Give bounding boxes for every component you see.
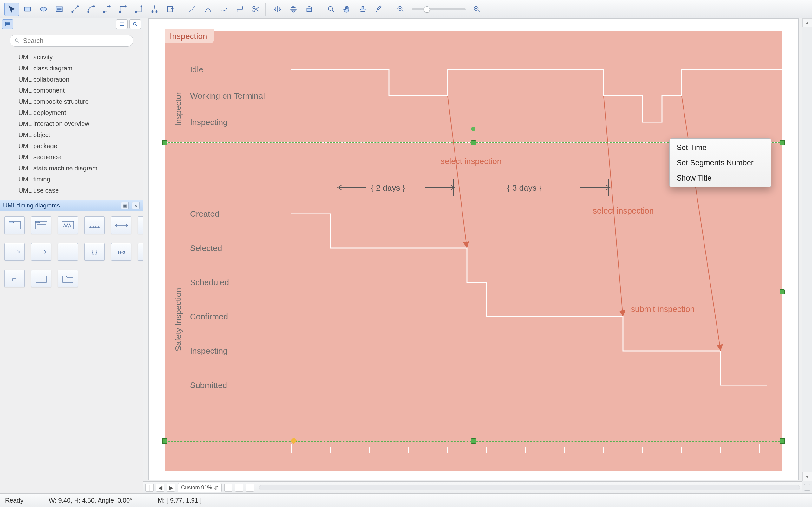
shape-folder-open[interactable] [58, 270, 78, 287]
library-item[interactable]: UML collaboration [0, 74, 143, 85]
stamp-tool[interactable] [356, 3, 370, 16]
flip-h-tool[interactable] [270, 3, 285, 16]
library-tab-icon[interactable] [2, 19, 13, 29]
shape-timing-frame[interactable] [4, 216, 25, 234]
tool-group-shapes [2, 3, 181, 16]
next-page-icon[interactable]: ▶ [167, 484, 175, 492]
tool-group-zoom [391, 3, 487, 16]
library-search [0, 30, 143, 49]
open-library-header[interactable]: UML timing diagrams ▣ ✕ [0, 200, 143, 211]
status-mouse: M: [ 9.77, 1.91 ] [158, 497, 202, 504]
scroll-down-icon[interactable]: ▼ [803, 472, 812, 481]
pointer-tool[interactable] [4, 3, 19, 16]
prev-page-icon[interactable]: ◀ [156, 484, 164, 492]
library-item[interactable]: UML interaction overview [0, 118, 143, 129]
sel-handle-n[interactable] [471, 140, 476, 145]
library-close-icon[interactable]: ✕ [132, 202, 139, 209]
hand-tool[interactable] [340, 3, 354, 16]
svg-line-75 [682, 96, 721, 351]
library-item[interactable]: UML component [0, 85, 143, 96]
library-item[interactable]: UML activity [0, 52, 143, 63]
page-thumb-1[interactable] [224, 484, 233, 492]
list-view-tab[interactable] [116, 19, 127, 29]
spline-tool[interactable] [216, 3, 231, 16]
svg-point-12 [119, 11, 121, 13]
shape-step[interactable] [4, 270, 25, 287]
library-item[interactable]: UML state machine diagram [0, 163, 143, 174]
library-item[interactable]: UML package [0, 140, 143, 152]
library-item[interactable]: UML object [0, 129, 143, 140]
page-thumb-2[interactable] [235, 484, 243, 492]
connector-straight-tool[interactable] [68, 3, 82, 16]
shape-state-lifeline[interactable] [31, 216, 51, 234]
shape-two-way[interactable] [111, 216, 131, 234]
shape-arrow[interactable] [4, 243, 25, 261]
resize-grip-icon[interactable] [804, 484, 810, 491]
svg-point-18 [156, 11, 157, 13]
search-box[interactable] [9, 35, 133, 47]
sel-rotate-handle[interactable] [471, 127, 476, 131]
shape-tick-ruler[interactable] [84, 216, 105, 234]
library-item[interactable]: UML class diagram [0, 63, 143, 74]
scroll-up-icon[interactable]: ▲ [803, 18, 812, 27]
zoom-slider[interactable] [412, 8, 465, 10]
ctx-set-segments[interactable]: Set Segments Number [670, 155, 771, 170]
ctx-set-time[interactable]: Set Time [670, 140, 771, 155]
library-item[interactable]: UML timing [0, 174, 143, 185]
line-tool[interactable] [185, 3, 199, 16]
eyedropper-tool[interactable] [371, 3, 386, 16]
zoom-in-button[interactable] [470, 3, 484, 16]
search-tab[interactable] [129, 19, 141, 29]
zoom-dropdown[interactable]: Custom 91%⇵ [178, 483, 222, 492]
library-list: UML activityUML class diagramUML collabo… [0, 49, 143, 200]
sel-handle-s[interactable] [471, 439, 476, 444]
shape-dashed-arrow[interactable] [31, 243, 51, 261]
textbox-tool[interactable] [52, 3, 67, 16]
svg-rect-51 [36, 276, 46, 282]
library-item[interactable]: UML composite structure [0, 96, 143, 107]
export-tool[interactable] [163, 3, 178, 16]
zoom-slider-knob[interactable] [424, 6, 430, 13]
search-input[interactable] [22, 37, 128, 45]
zoom-tool[interactable] [324, 3, 338, 16]
connector-ortho3-tool[interactable] [131, 3, 146, 16]
ellipse-tool[interactable] [36, 3, 51, 16]
scissors-tool[interactable] [248, 3, 263, 16]
shape-value-lifeline[interactable] [58, 216, 78, 234]
shape-dashed-line[interactable] [58, 243, 78, 261]
svg-point-11 [109, 6, 110, 7]
ctx-show-title[interactable]: Show Title [670, 170, 771, 186]
arc-tool[interactable] [201, 3, 215, 16]
bezier-tool[interactable] [233, 3, 247, 16]
connector-round-tool[interactable] [84, 3, 98, 16]
rect-tool[interactable] [20, 3, 35, 16]
connector-ortho2-tool[interactable] [116, 3, 130, 16]
sel-handle-e[interactable] [779, 289, 785, 294]
sel-handle-se[interactable] [779, 439, 785, 444]
canvas-area: Inspection Inspector Safety Inspection I… [143, 18, 812, 494]
rotate-tool[interactable] [302, 3, 317, 16]
library-item[interactable]: UML deployment [0, 107, 143, 118]
sel-handle-sw[interactable] [163, 439, 168, 444]
shape-folder[interactable] [31, 270, 51, 287]
library-item[interactable]: UML use case [0, 185, 143, 196]
svg-point-14 [135, 11, 136, 13]
zoom-out-button[interactable] [393, 3, 408, 16]
timing-diagram[interactable]: Inspection Inspector Safety Inspection I… [165, 32, 782, 471]
library-item[interactable]: UML sequence [0, 152, 143, 163]
flip-v-tool[interactable] [286, 3, 301, 16]
shape-braces[interactable]: { } [84, 243, 105, 261]
vertical-scrollbar[interactable]: ▲ ▼ [803, 18, 812, 494]
drawing-paper[interactable]: Inspection Inspector Safety Inspection I… [148, 18, 799, 481]
library-save-icon[interactable]: ▣ [121, 202, 129, 209]
tree-connector-tool[interactable] [147, 3, 162, 16]
page-thumb-3[interactable] [246, 484, 254, 492]
svg-point-32 [133, 22, 136, 25]
sel-handle-ne[interactable] [779, 140, 785, 145]
horizontal-scrollbar[interactable] [259, 485, 800, 490]
svg-rect-27 [5, 24, 10, 25]
connector-ortho1-tool[interactable] [100, 3, 114, 16]
shape-text[interactable]: Text [111, 243, 131, 261]
page-toggle-icon[interactable]: ‖ [145, 484, 153, 492]
sel-handle-nw[interactable] [163, 140, 168, 145]
